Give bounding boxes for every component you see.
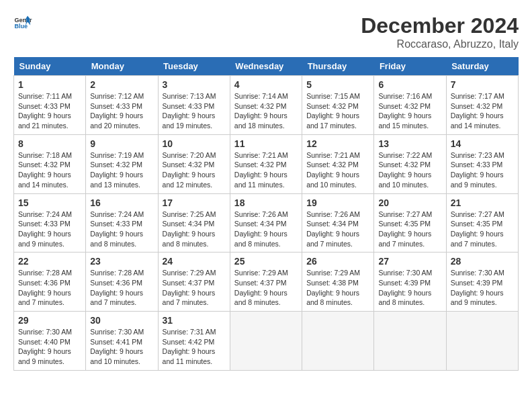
sunrise-label: Sunrise: 7:30 AM <box>18 328 72 336</box>
table-row: 22 Sunrise: 7:28 AM Sunset: 4:36 PM Dayl… <box>14 253 86 312</box>
day-number: 18 <box>234 197 298 208</box>
sunset-label: Sunset: 4:32 PM <box>90 161 142 169</box>
daylight-label: Daylight: 9 hours and 12 minutes. <box>163 171 216 189</box>
sunrise-label: Sunrise: 7:19 AM <box>90 151 144 159</box>
daylight-label: Daylight: 9 hours and 8 minutes. <box>234 230 287 248</box>
sunrise-label: Sunrise: 7:29 AM <box>163 269 216 277</box>
day-info: Sunrise: 7:19 AM Sunset: 4:32 PM Dayligh… <box>90 150 153 190</box>
sunset-label: Sunset: 4:33 PM <box>18 220 71 228</box>
daylight-label: Daylight: 9 hours and 7 minutes. <box>378 230 431 248</box>
sunrise-label: Sunrise: 7:22 AM <box>378 151 432 159</box>
table-row: 7 Sunrise: 7:17 AM Sunset: 4:32 PM Dayli… <box>446 76 518 135</box>
header-row: Sunday Monday Tuesday Wednesday Thursday… <box>14 57 519 76</box>
day-info: Sunrise: 7:16 AM Sunset: 4:32 PM Dayligh… <box>378 91 441 131</box>
table-row: 27 Sunrise: 7:30 AM Sunset: 4:39 PM Dayl… <box>374 253 446 312</box>
daylight-label: Daylight: 9 hours and 7 minutes. <box>163 289 216 307</box>
calendar-row: 8 Sunrise: 7:18 AM Sunset: 4:32 PM Dayli… <box>14 134 519 193</box>
daylight-label: Daylight: 9 hours and 8 minutes. <box>306 289 359 307</box>
day-number: 24 <box>163 256 226 267</box>
day-number: 13 <box>378 138 441 149</box>
day-number: 23 <box>90 256 153 267</box>
day-number: 30 <box>90 315 153 326</box>
day-info: Sunrise: 7:29 AM Sunset: 4:38 PM Dayligh… <box>306 268 369 308</box>
day-info: Sunrise: 7:13 AM Sunset: 4:33 PM Dayligh… <box>163 91 226 131</box>
sunset-label: Sunset: 4:32 PM <box>306 102 359 110</box>
table-row <box>230 312 302 371</box>
day-info: Sunrise: 7:17 AM Sunset: 4:32 PM Dayligh… <box>451 91 514 131</box>
table-row: 31 Sunrise: 7:31 AM Sunset: 4:42 PM Dayl… <box>158 312 230 371</box>
daylight-label: Daylight: 9 hours and 9 minutes. <box>18 347 71 365</box>
day-number: 27 <box>378 256 441 267</box>
table-row: 12 Sunrise: 7:21 AM Sunset: 4:32 PM Dayl… <box>302 134 374 193</box>
day-number: 12 <box>306 138 369 149</box>
day-info: Sunrise: 7:12 AM Sunset: 4:33 PM Dayligh… <box>90 91 153 131</box>
sunset-label: Sunset: 4:39 PM <box>451 279 503 287</box>
table-row: 5 Sunrise: 7:15 AM Sunset: 4:32 PM Dayli… <box>302 76 374 135</box>
col-tuesday: Tuesday <box>158 57 230 76</box>
sunrise-label: Sunrise: 7:28 AM <box>90 269 144 277</box>
calendar-row: 29 Sunrise: 7:30 AM Sunset: 4:40 PM Dayl… <box>14 312 519 371</box>
col-monday: Monday <box>86 57 158 76</box>
daylight-label: Daylight: 9 hours and 14 minutes. <box>18 171 71 189</box>
col-wednesday: Wednesday <box>230 57 302 76</box>
day-number: 16 <box>90 197 153 208</box>
day-info: Sunrise: 7:21 AM Sunset: 4:32 PM Dayligh… <box>306 150 369 190</box>
daylight-label: Daylight: 9 hours and 11 minutes. <box>163 347 216 365</box>
day-number: 1 <box>18 79 81 90</box>
sunset-label: Sunset: 4:34 PM <box>234 220 287 228</box>
sunset-label: Sunset: 4:32 PM <box>451 102 503 110</box>
day-number: 10 <box>163 138 226 149</box>
day-info: Sunrise: 7:29 AM Sunset: 4:37 PM Dayligh… <box>163 268 226 308</box>
month-title: December 2024 <box>361 13 519 38</box>
day-number: 29 <box>18 315 81 326</box>
day-info: Sunrise: 7:14 AM Sunset: 4:32 PM Dayligh… <box>234 91 298 131</box>
sunrise-label: Sunrise: 7:12 AM <box>90 92 144 100</box>
day-info: Sunrise: 7:24 AM Sunset: 4:33 PM Dayligh… <box>90 210 153 249</box>
sunset-label: Sunset: 4:33 PM <box>90 220 142 228</box>
table-row: 3 Sunrise: 7:13 AM Sunset: 4:33 PM Dayli… <box>158 76 230 135</box>
daylight-label: Daylight: 9 hours and 10 minutes. <box>306 171 359 189</box>
sunset-label: Sunset: 4:32 PM <box>18 161 71 169</box>
daylight-label: Daylight: 9 hours and 13 minutes. <box>90 171 143 189</box>
day-number: 26 <box>306 256 369 267</box>
sunset-label: Sunset: 4:34 PM <box>163 220 215 228</box>
table-row: 1 Sunrise: 7:11 AM Sunset: 4:33 PM Dayli… <box>14 76 86 135</box>
calendar-body: 1 Sunrise: 7:11 AM Sunset: 4:33 PM Dayli… <box>14 76 519 371</box>
calendar-row: 1 Sunrise: 7:11 AM Sunset: 4:33 PM Dayli… <box>14 76 519 135</box>
sunrise-label: Sunrise: 7:26 AM <box>234 210 288 218</box>
table-row: 23 Sunrise: 7:28 AM Sunset: 4:36 PM Dayl… <box>86 253 158 312</box>
col-saturday: Saturday <box>446 57 518 76</box>
day-info: Sunrise: 7:18 AM Sunset: 4:32 PM Dayligh… <box>18 150 81 190</box>
day-info: Sunrise: 7:28 AM Sunset: 4:36 PM Dayligh… <box>90 268 153 308</box>
sunset-label: Sunset: 4:33 PM <box>18 102 71 110</box>
table-row: 8 Sunrise: 7:18 AM Sunset: 4:32 PM Dayli… <box>14 134 86 193</box>
table-row: 24 Sunrise: 7:29 AM Sunset: 4:37 PM Dayl… <box>158 253 230 312</box>
daylight-label: Daylight: 9 hours and 8 minutes. <box>163 230 216 248</box>
daylight-label: Daylight: 9 hours and 11 minutes. <box>234 171 287 189</box>
calendar-table: Sunday Monday Tuesday Wednesday Thursday… <box>13 57 519 371</box>
day-number: 6 <box>378 79 441 90</box>
sunrise-label: Sunrise: 7:16 AM <box>378 92 432 100</box>
sunset-label: Sunset: 4:33 PM <box>90 102 142 110</box>
sunrise-label: Sunrise: 7:11 AM <box>18 92 72 100</box>
day-info: Sunrise: 7:22 AM Sunset: 4:32 PM Dayligh… <box>378 150 441 190</box>
sunset-label: Sunset: 4:37 PM <box>234 279 287 287</box>
table-row: 18 Sunrise: 7:26 AM Sunset: 4:34 PM Dayl… <box>230 193 302 253</box>
sunset-label: Sunset: 4:32 PM <box>234 161 287 169</box>
day-number: 17 <box>163 197 226 208</box>
day-info: Sunrise: 7:30 AM Sunset: 4:41 PM Dayligh… <box>90 327 153 367</box>
sunset-label: Sunset: 4:34 PM <box>306 220 359 228</box>
daylight-label: Daylight: 9 hours and 9 minutes. <box>451 289 504 307</box>
daylight-label: Daylight: 9 hours and 14 minutes. <box>451 111 504 130</box>
day-info: Sunrise: 7:27 AM Sunset: 4:35 PM Dayligh… <box>378 210 441 249</box>
daylight-label: Daylight: 9 hours and 8 minutes. <box>90 230 143 248</box>
table-row: 30 Sunrise: 7:30 AM Sunset: 4:41 PM Dayl… <box>86 312 158 371</box>
sunrise-label: Sunrise: 7:13 AM <box>163 92 216 100</box>
day-info: Sunrise: 7:25 AM Sunset: 4:34 PM Dayligh… <box>163 210 226 249</box>
daylight-label: Daylight: 9 hours and 17 minutes. <box>306 111 359 130</box>
sunrise-label: Sunrise: 7:29 AM <box>234 269 288 277</box>
sunset-label: Sunset: 4:32 PM <box>163 161 215 169</box>
daylight-label: Daylight: 9 hours and 7 minutes. <box>18 289 71 307</box>
daylight-label: Daylight: 9 hours and 9 minutes. <box>451 171 504 189</box>
location: Roccaraso, Abruzzo, Italy <box>361 38 519 50</box>
